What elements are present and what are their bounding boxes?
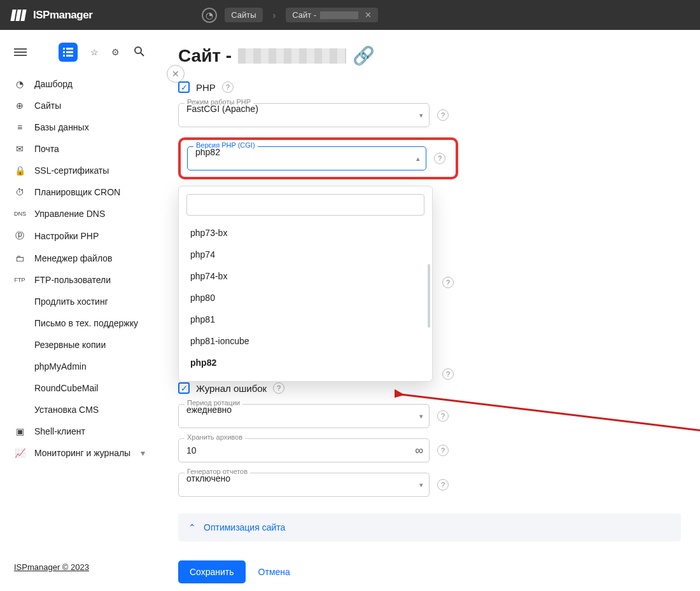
- sidebar-item-8[interactable]: 🗀Менеджер файлов: [8, 247, 151, 269]
- sidebar-item-1[interactable]: ⊕Сайты: [8, 95, 151, 116]
- dropdown-search-input[interactable]: [186, 194, 424, 216]
- db-icon: ≡: [14, 122, 25, 132]
- sidebar-item-label: Shell-клиент: [34, 426, 85, 436]
- sidebar-item-5[interactable]: ⏱Планировщик CRON: [8, 181, 151, 203]
- sidebar-item-14[interactable]: RoundCubeMail: [8, 377, 151, 399]
- archives-input[interactable]: [178, 438, 430, 462]
- dns-icon: DNS: [14, 211, 25, 217]
- sidebar-item-label: Менеджер файлов: [34, 253, 113, 263]
- sidebar-item-label: Резервные копии: [34, 340, 106, 350]
- dropdown-option[interactable]: php74: [186, 244, 424, 265]
- help-icon[interactable]: ?: [437, 479, 449, 490]
- sidebar-item-4[interactable]: 🔒SSL-сертификаты: [8, 160, 151, 181]
- folder-icon: 🗀: [14, 253, 25, 263]
- help-icon[interactable]: ?: [434, 153, 445, 164]
- breadcrumb-current[interactable]: Сайт - ✕: [286, 8, 378, 22]
- dropdown-option[interactable]: php80: [186, 287, 424, 309]
- reports-select[interactable]: отключено: [178, 473, 430, 497]
- footer-bar: Сохранить Отмена: [178, 553, 681, 591]
- sidebar-item-label: Продлить хостинг: [34, 296, 108, 307]
- scrollbar[interactable]: [428, 264, 430, 328]
- star-icon[interactable]: ☆: [90, 47, 99, 57]
- dropdown-option[interactable]: php81-ioncube: [186, 330, 424, 352]
- svg-rect-1: [66, 48, 73, 50]
- sidebar-item-6[interactable]: DNSУправление DNS: [8, 203, 151, 225]
- php-icon: ⓟ: [14, 230, 25, 242]
- list-view-button[interactable]: [59, 43, 78, 62]
- svg-rect-5: [66, 55, 73, 57]
- sidebar-item-0[interactable]: ◔Дашборд: [8, 73, 151, 95]
- sidebar-item-10[interactable]: Продлить хостинг: [8, 291, 151, 312]
- php-mode-select[interactable]: FastCGI (Apache): [178, 103, 430, 127]
- cancel-button[interactable]: Отмена: [258, 567, 290, 577]
- help-icon[interactable]: ?: [442, 368, 454, 380]
- close-icon[interactable]: ✕: [365, 10, 372, 20]
- sidebar-item-label: Настройки PHP: [34, 231, 99, 241]
- lock-icon: 🔒: [14, 165, 25, 176]
- gear-icon[interactable]: ⚙: [111, 47, 120, 57]
- reports-field[interactable]: Генератор отчетов отключено ▾: [178, 473, 430, 497]
- sidebar-footer: ISPmanager © 2023: [0, 562, 159, 591]
- php-version-field[interactable]: Версия PHP (CGI) php82 ▴: [187, 146, 426, 170]
- dropdown-option[interactable]: php81: [186, 309, 424, 330]
- php-mode-field[interactable]: Режим работы PHP FastCGI (Apache) ▾: [178, 103, 430, 127]
- sidebar-item-3[interactable]: ✉Почта: [8, 138, 151, 160]
- sidebar-item-12[interactable]: Резервные копии: [8, 334, 151, 356]
- chevron-up-icon: ⌃: [188, 522, 196, 532]
- sidebar-item-7[interactable]: ⓟНастройки PHP: [8, 225, 151, 247]
- help-icon[interactable]: ?: [437, 410, 449, 422]
- dropdown-option[interactable]: php73-bx: [186, 222, 424, 244]
- clock-icon: ⏱: [14, 187, 25, 197]
- svg-rect-0: [63, 48, 65, 50]
- optimization-accordion[interactable]: ⌃ Оптимизация сайта: [178, 513, 681, 541]
- php-checkbox[interactable]: ✓: [178, 81, 190, 93]
- search-icon[interactable]: [134, 46, 145, 59]
- modal-close-button[interactable]: ✕: [167, 65, 185, 83]
- monitor-icon: 📈: [14, 448, 25, 458]
- chevron-down-icon: ▾: [419, 481, 423, 489]
- dropdown-option[interactable]: php82: [186, 352, 424, 373]
- archives-field[interactable]: Хранить архивов ∞: [178, 438, 430, 462]
- help-icon[interactable]: ?: [222, 81, 234, 93]
- php-version-select[interactable]: php82: [187, 146, 426, 170]
- sidebar-item-label: Сайты: [34, 101, 61, 111]
- sidebar-item-16[interactable]: ▣Shell-клиент: [8, 421, 151, 442]
- svg-line-7: [141, 53, 144, 56]
- breadcrumb-separator: ›: [273, 10, 276, 20]
- php-version-highlight-box: Версия PHP (CGI) php82 ▴ ?: [178, 137, 458, 179]
- sidebar-item-label: Письмо в тех. поддержку: [34, 318, 138, 328]
- help-icon[interactable]: ?: [437, 109, 449, 121]
- php-version-label: Версия PHP (CGI): [193, 141, 258, 149]
- dropdown-option[interactable]: php74-bx: [186, 265, 424, 287]
- sidebar-item-17[interactable]: 📈Мониторинг и журналы▾: [8, 442, 151, 464]
- php-version-dropdown: php73-bxphp74php74-bxphp80php81php81-ion…: [178, 186, 433, 382]
- infinity-icon[interactable]: ∞: [415, 444, 423, 457]
- hamburger-icon[interactable]: [14, 48, 27, 56]
- save-button[interactable]: Сохранить: [178, 560, 246, 583]
- sidebar-item-label: Установка CMS: [34, 405, 99, 415]
- shell-icon: ▣: [14, 426, 25, 436]
- php-checkbox-row: ✓ PHP ?: [178, 81, 681, 93]
- breadcrumb-sites[interactable]: Сайты: [225, 8, 262, 22]
- errorlog-checkbox-row: ✓ Журнал ошибок ?: [178, 382, 681, 394]
- footer-link[interactable]: ISPmanager © 2023: [14, 562, 89, 572]
- sidebar-item-label: Планировщик CRON: [34, 187, 120, 197]
- gauge-icon: ◔: [14, 79, 25, 89]
- sidebar-item-label: Почта: [34, 144, 59, 154]
- errorlog-checkbox[interactable]: ✓: [178, 382, 190, 394]
- sidebar-item-2[interactable]: ≡Базы данных: [8, 116, 151, 138]
- archives-label: Хранить архивов: [185, 433, 245, 441]
- help-icon[interactable]: ?: [437, 445, 449, 456]
- breadcrumb-root-icon[interactable]: ◔: [202, 8, 217, 23]
- link-icon[interactable]: 🔗: [353, 45, 375, 66]
- accordion-label: Оптимизация сайта: [204, 522, 285, 532]
- rotation-field[interactable]: Период ротации ежедневно ▾: [178, 404, 430, 428]
- help-icon[interactable]: ?: [273, 382, 284, 394]
- rotation-select[interactable]: ежедневно: [178, 404, 430, 428]
- sidebar-item-13[interactable]: phpMyAdmin: [8, 356, 151, 377]
- sidebar-item-15[interactable]: Установка CMS: [8, 399, 151, 421]
- chevron-down-icon: ▾: [141, 448, 145, 458]
- sidebar-item-9[interactable]: FTPFTP-пользователи: [8, 269, 151, 291]
- sidebar-item-11[interactable]: Письмо в тех. поддержку: [8, 312, 151, 334]
- help-icon[interactable]: ?: [442, 277, 454, 288]
